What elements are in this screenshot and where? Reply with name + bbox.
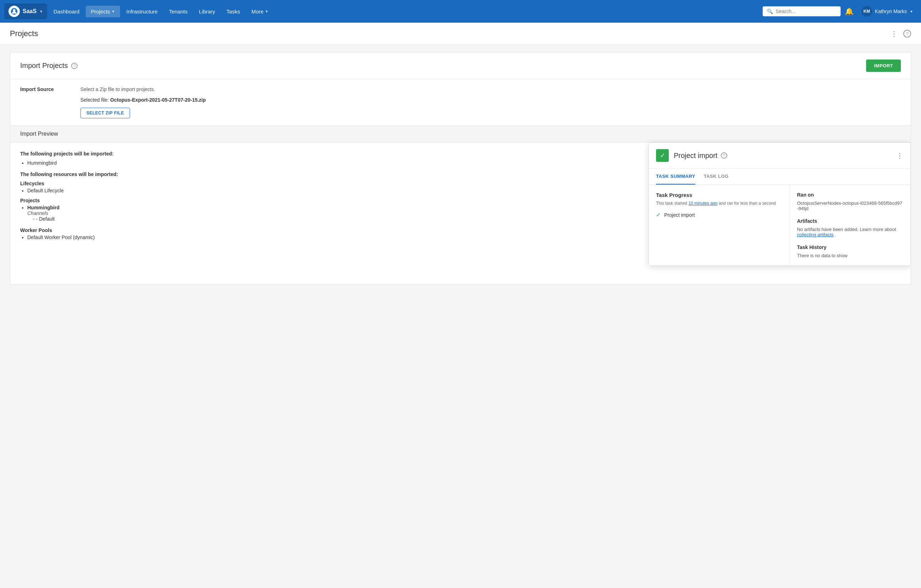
lifecycles-list: Default Lifecycle [20, 188, 170, 194]
search-input[interactable] [776, 8, 836, 14]
floating-panel: ✓ Project import ? ⋮ TASK SUMMARY TASK L… [649, 142, 911, 265]
import-source-label: Import Source [20, 86, 66, 92]
task-progress-title: Task Progress [656, 192, 783, 198]
main-content: Import Projects ? IMPORT Import Source S… [0, 45, 921, 588]
page-header: Projects ⋮ ? [0, 23, 921, 45]
artifacts-title: Artifacts [797, 218, 903, 224]
nav-item-dashboard[interactable]: Dashboard [49, 6, 84, 17]
worker-pools-list: Default Worker Pool (dynamic) [20, 235, 170, 240]
navigation: SaaS ▼ Dashboard Projects ▼ Infrastructu… [0, 0, 921, 23]
import-projects-card: Import Projects ? IMPORT Import Source S… [10, 52, 911, 285]
nav-item-library[interactable]: Library [194, 6, 220, 17]
task-history-title: Task History [797, 244, 903, 250]
import-button[interactable]: IMPORT [866, 60, 901, 72]
brand-chevron-icon: ▼ [39, 10, 43, 13]
projects-list: Hummingbird [20, 160, 170, 166]
worker-pools-label: Worker Pools [20, 227, 170, 233]
task-time-link[interactable]: 10 minutes ago [688, 201, 717, 206]
projects-chevron-icon: ▼ [112, 10, 115, 13]
nav-logo [8, 6, 20, 17]
import-title: Import Projects ? [20, 62, 78, 70]
lifecycles-label: Lifecycles [20, 181, 170, 186]
search-container: 🔍 [763, 7, 841, 16]
import-source-content: Select a Zip file to import projects. Se… [80, 86, 206, 118]
task-item: ✓ Project import [656, 212, 783, 218]
list-item: - Default [33, 216, 170, 222]
more-chevron-icon: ▼ [265, 10, 268, 13]
projects-heading: The following projects will be imported: [20, 151, 170, 156]
panel-check-icon: ✓ [656, 149, 669, 162]
page-help-icon[interactable]: ? [903, 30, 911, 37]
page-options-icon[interactable]: ⋮ [890, 29, 898, 38]
projects-resources-label: Projects [20, 198, 170, 203]
panel-help-icon[interactable]: ? [721, 152, 727, 159]
list-item: Default Worker Pool (dynamic) [27, 235, 170, 240]
ran-on-value: OctopusServerNodes-octopus-i023468-565f5… [797, 200, 903, 211]
notification-bell-icon[interactable]: 🔔 [842, 4, 856, 18]
import-source-row: Import Source Select a Zip file to impor… [10, 79, 911, 125]
preview-left: The following projects will be imported:… [10, 142, 180, 284]
task-history-text: There is no data to show [797, 253, 903, 258]
import-header: Import Projects ? IMPORT [10, 52, 911, 79]
import-source-desc: Select a Zip file to import projects. [80, 86, 206, 92]
channels-list: - Default [27, 216, 170, 222]
resources-heading: The following resources will be imported… [20, 171, 170, 177]
brand-label: SaaS [23, 8, 36, 15]
avatar: KM [861, 6, 872, 17]
task-check-icon: ✓ [656, 212, 661, 218]
select-zip-button[interactable]: SELECT ZIP FILE [80, 108, 130, 118]
list-item: Hummingbird Channels - Default [27, 205, 170, 222]
page-wrapper: Projects ⋮ ? Import Projects ? IMPORT Im… [0, 23, 921, 588]
panel-body: Task Progress This task started 10 minut… [649, 185, 910, 265]
nav-item-tenants[interactable]: Tenants [164, 6, 193, 17]
svg-point-1 [13, 9, 15, 12]
nav-item-projects[interactable]: Projects ▼ [86, 6, 120, 17]
nav-item-tasks[interactable]: Tasks [221, 6, 245, 17]
page-header-actions: ⋮ ? [890, 29, 911, 38]
nav-brand[interactable]: SaaS ▼ [4, 3, 47, 19]
projects-resources-list: Hummingbird Channels - Default [20, 205, 170, 222]
panel-left: Task Progress This task started 10 minut… [649, 185, 790, 265]
search-icon: 🔍 [767, 8, 773, 14]
user-chevron-icon: ▼ [910, 10, 913, 13]
panel-tabs: TASK SUMMARY TASK LOG [649, 169, 910, 185]
list-item: Default Lifecycle [27, 188, 170, 194]
ran-on-title: Ran on [797, 192, 903, 198]
preview-right-wrapper: ✓ Project import ? ⋮ TASK SUMMARY TASK L… [180, 142, 911, 284]
user-menu[interactable]: KM Kathryn Marks ▼ [858, 4, 917, 19]
import-help-icon[interactable]: ? [71, 63, 78, 69]
preview-title: Import Preview [20, 131, 58, 137]
nav-item-infrastructure[interactable]: Infrastructure [122, 6, 163, 17]
selected-file-name: Octopus-Export-2021-05-27T07-20-15.zip [110, 97, 206, 103]
tab-task-summary[interactable]: TASK SUMMARY [656, 169, 695, 184]
panel-header: ✓ Project import ? ⋮ [649, 143, 910, 169]
list-item: Hummingbird [27, 160, 170, 166]
selected-file: Selected file: Octopus-Export-2021-05-27… [80, 97, 206, 103]
task-started: This task started 10 minutes ago and ran… [656, 201, 783, 206]
preview-header: Import Preview [10, 125, 911, 142]
panel-right: Ran on OctopusServerNodes-octopus-i02346… [790, 185, 910, 265]
user-name: Kathryn Marks [875, 8, 907, 14]
artifacts-text: No artifacts have been added. Learn more… [797, 227, 903, 237]
panel-options-icon[interactable]: ⋮ [896, 151, 903, 160]
artifacts-link[interactable]: collecting artifacts [797, 232, 833, 237]
page-title: Projects [10, 29, 890, 38]
preview-body: The following projects will be imported:… [10, 142, 911, 284]
panel-title: Project import ? [674, 151, 891, 160]
nav-item-more[interactable]: More ▼ [247, 6, 273, 17]
tab-task-log[interactable]: TASK LOG [704, 169, 729, 184]
